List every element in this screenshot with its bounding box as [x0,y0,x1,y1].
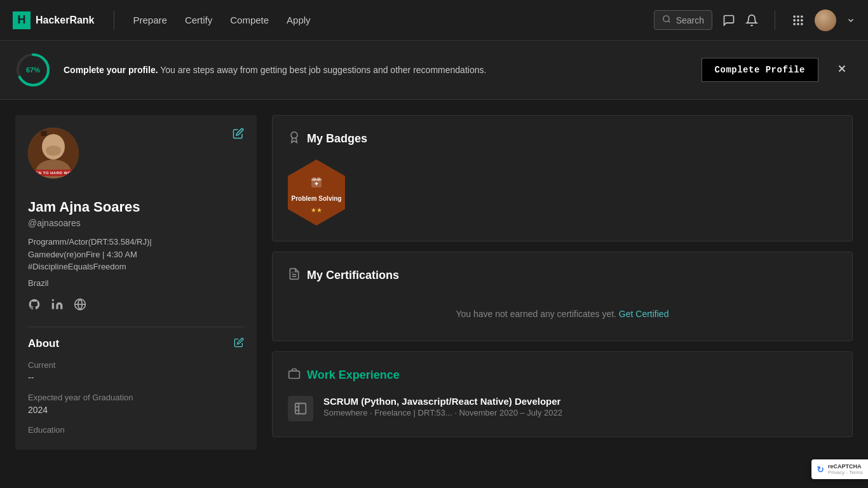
profile-avatar-area: OPEN TO HARD WORK [28,128,79,179]
sidebar-divider [28,327,244,327]
profile-avatar-image: OPEN TO HARD WORK [28,128,79,179]
about-section: About Current -- Expected year of Gradua… [28,337,244,435]
badge-problem-solving[interactable]: Problem Solving ★★ [288,159,345,226]
badge-hexagon: Problem Solving ★★ [288,159,345,226]
svg-point-24 [291,132,297,139]
user-menu-chevron[interactable] [846,16,855,25]
recaptcha-text: reCAPTCHA Privacy - Terms [828,463,863,475]
profile-bio: Programm/Actor(DRT:53.584/RJ)|Gamedev(re… [28,236,244,273]
current-label: Current [28,360,244,370]
work-details: SCRUM (Python, Javascript/React Native) … [323,396,562,417]
certifications-section: My Certifications You have not earned an… [272,252,853,341]
apps-grid-button[interactable] [792,14,804,27]
svg-rect-6 [797,19,799,21]
work-section: Work Experience SCRUM (Python, Javascrip… [272,351,853,437]
svg-point-20 [46,146,61,156]
logo-box: H [13,11,31,29]
badges-list: Problem Solving ★★ [288,159,837,226]
github-link[interactable] [28,298,41,314]
work-icon [288,367,301,383]
svg-point-21 [52,299,54,301]
recaptcha-badge: ↻ reCAPTCHA Privacy - Terms [811,459,868,479]
avatar-image [815,10,836,31]
nav-right: Search [654,10,855,31]
recaptcha-logo: ↻ [817,464,824,475]
svg-rect-2 [794,15,796,17]
graduation-value: 2024 [28,405,244,415]
about-header: About [28,337,244,350]
logo-letter: H [18,13,26,27]
current-value: -- [28,372,244,383]
work-item: SCRUM (Python, Javascript/React Native) … [288,396,837,421]
svg-rect-19 [41,131,47,136]
svg-line-1 [668,21,670,23]
nav-divider [114,11,114,30]
badges-section: My Badges [272,115,853,241]
nav-link-apply[interactable]: Apply [287,15,311,25]
svg-rect-31 [289,371,300,379]
search-icon [662,15,671,25]
nav-link-compete[interactable]: Compete [230,15,269,25]
certifications-header: My Certifications [288,268,837,283]
navbar: H HackerRank Prepare Certify Compete App… [0,0,868,41]
main-content: My Badges [272,115,853,450]
svg-rect-9 [797,23,799,25]
company-icon [288,396,313,421]
work-title: Work Experience [307,369,400,382]
nav-link-prepare[interactable]: Prepare [133,15,167,25]
banner-text: Complete your profile. You are steps awa… [64,65,689,75]
chat-button[interactable] [722,14,735,27]
nav-links: Prepare Certify Compete Apply [133,15,641,25]
svg-rect-7 [801,19,803,21]
profile-username: @ajnasoares [28,218,244,228]
svg-rect-28 [311,179,322,180]
badges-header: My Badges [288,131,837,147]
brand-name: HackerRank [36,15,95,26]
social-links [28,298,244,314]
search-bar[interactable]: Search [654,10,712,30]
svg-rect-5 [794,19,796,21]
banner-bold: Complete your profile. [64,65,158,75]
certifications-title: My Certifications [307,269,399,282]
search-label: Search [676,15,704,25]
svg-rect-8 [794,23,796,25]
education-label: Education [28,425,244,435]
graduation-label: Expected year of Graduation [28,393,244,402]
website-link[interactable] [74,298,86,314]
profile-location: Brazil [28,278,244,288]
brand-logo[interactable]: H HackerRank [13,11,95,29]
progress-ring: 67% [15,52,51,88]
avatar-badge-text: OPEN TO HARD WORK [28,170,79,176]
certifications-empty-text: You have not earned any certificates yet… [288,296,837,325]
profile-card: OPEN TO HARD WORK Jam Ajna Soares @ajnas… [15,115,257,450]
nav-link-certify[interactable]: Certify [185,15,212,25]
profile-banner: 67% Complete your profile. You are steps… [0,41,868,100]
badge-stars: ★★ [311,207,322,214]
badge-name: Problem Solving [289,195,344,203]
work-header: Work Experience [288,367,837,383]
get-certified-link[interactable]: Get Certified [619,309,669,319]
banner-desc: You are steps away from getting best job… [160,65,486,75]
work-job-title: SCRUM (Python, Javascript/React Native) … [323,396,562,407]
banner-close-button[interactable] [831,60,853,80]
svg-rect-32 [295,403,306,414]
notification-button[interactable] [745,14,758,27]
main-layout: OPEN TO HARD WORK Jam Ajna Soares @ajnas… [0,100,868,465]
certifications-icon [288,268,301,283]
user-avatar[interactable] [815,10,836,31]
svg-rect-10 [801,23,803,25]
profile-name: Jam Ajna Soares [28,199,244,215]
sidebar: OPEN TO HARD WORK Jam Ajna Soares @ajnas… [15,115,257,450]
edit-profile-icon-button[interactable] [233,128,244,142]
complete-profile-button[interactable]: Complete Profile [702,58,818,82]
nav-right-divider [775,11,775,30]
svg-rect-4 [801,15,803,17]
svg-rect-3 [797,15,799,17]
progress-label: 67% [26,66,40,74]
linkedin-link[interactable] [51,298,64,314]
badges-icon [288,131,301,147]
badge-icon-area: Problem Solving ★★ [289,172,344,214]
svg-point-0 [663,16,668,22]
about-title: About [28,337,59,350]
about-edit-button[interactable] [234,337,244,349]
